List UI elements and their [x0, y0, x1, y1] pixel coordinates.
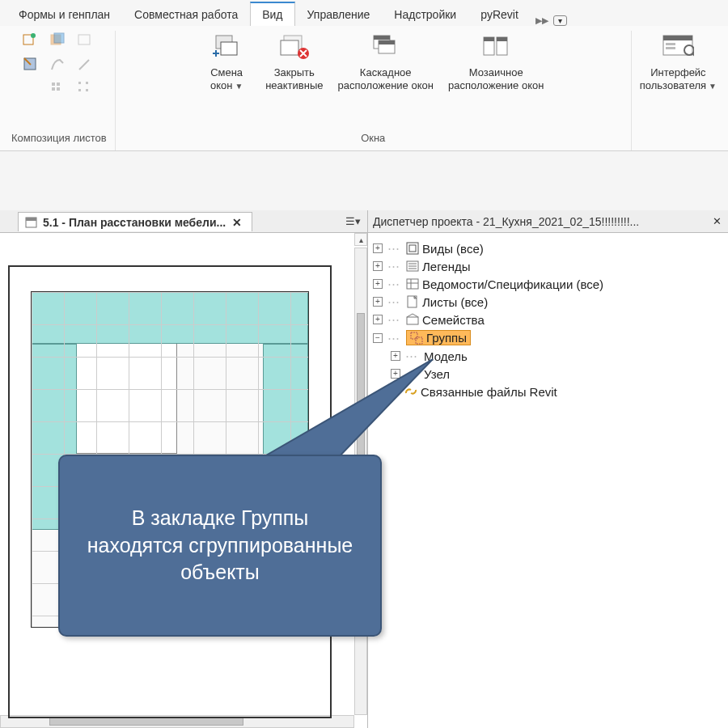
sheet-small-icons — [21, 31, 97, 100]
tab-view[interactable]: Вид — [250, 2, 294, 26]
tree-row-sheets[interactable]: + ⋯ Листы (все) — [373, 293, 723, 311]
svg-rect-27 — [497, 37, 507, 41]
tab-collab[interactable]: Совместная работа — [122, 2, 250, 26]
tab-manage[interactable]: Управление — [295, 2, 383, 26]
btn-close-inactive[interactable]: Закрытьнеактивные — [265, 31, 323, 93]
annotation-callout: В закладке Группы находятся сгруппирован… — [58, 455, 382, 637]
svg-rect-36 — [409, 245, 416, 252]
btn-cascade[interactable]: Каскадноерасположение окон — [337, 31, 433, 93]
svg-rect-3 — [54, 33, 64, 43]
browser-titlebar: Диспетчер проекта - 21_Кухня_2021_02_15!… — [368, 210, 728, 233]
svg-rect-4 — [78, 35, 90, 44]
sheet-icon-3[interactable] — [76, 31, 94, 49]
tree-row-links[interactable]: ⋯ Связанные файлы Revit — [373, 383, 723, 400]
sheet-icon-6[interactable] — [76, 55, 94, 73]
group-windows: Сменаокон▼ Закрытьнеактивные Каскадноера… — [116, 31, 632, 150]
view-tab-menu-icon[interactable]: ☰▾ — [345, 215, 367, 227]
browser-title: Диспетчер проекта - 21_Кухня_2021_02_15!… — [368, 215, 713, 228]
svg-line-6 — [79, 60, 89, 70]
ribbon-tabs: Формы и генплан Совместная работа Вид Уп… — [0, 0, 728, 26]
kitchen-island — [32, 292, 177, 454]
svg-rect-7 — [52, 83, 55, 86]
expander-icon[interactable]: + — [391, 351, 400, 361]
tree-row-model[interactable]: + ⋯ Модель — [373, 347, 723, 365]
project-tree: + ⋯ Виды (все) + ⋯ Легенды + ⋯ Ведомости… — [368, 233, 728, 407]
legends-icon — [406, 260, 419, 273]
view-tab-title: 5.1 - План расстановки мебели... — [43, 216, 226, 229]
svg-rect-22 — [374, 36, 390, 40]
families-icon — [406, 313, 419, 326]
svg-rect-23 — [379, 40, 395, 44]
tree-row-schedules[interactable]: + ⋯ Ведомости/Спецификации (все) — [373, 275, 723, 293]
groups-highlighted: Группы — [406, 330, 471, 345]
svg-rect-34 — [26, 218, 36, 221]
tabs-scroll-icon[interactable]: ▶▶ — [535, 15, 548, 26]
expander-icon[interactable]: + — [373, 297, 383, 307]
svg-rect-35 — [407, 243, 418, 254]
svg-rect-13 — [78, 89, 81, 91]
switch-windows-icon — [210, 31, 243, 63]
view-tab[interactable]: 5.1 - План расстановки мебели... ✕ — [18, 212, 252, 231]
group-sheet-composition: Композиция листов — [3, 31, 116, 150]
svg-rect-9 — [52, 87, 55, 91]
project-browser-pane: Диспетчер проекта - 21_Кухня_2021_02_15!… — [368, 210, 728, 728]
sheets-icon — [406, 295, 419, 308]
svg-rect-8 — [57, 83, 60, 86]
svg-rect-11 — [78, 82, 81, 84]
expander-icon[interactable]: + — [373, 261, 383, 271]
groups-icon — [410, 332, 423, 345]
user-interface-icon — [662, 31, 694, 63]
tree-row-views[interactable]: + ⋯ Виды (все) — [373, 239, 723, 257]
svg-rect-29 — [663, 36, 692, 40]
btn-switch-windows[interactable]: Сменаокон▼ — [202, 31, 251, 93]
svg-rect-26 — [484, 37, 494, 41]
tree-row-legends[interactable]: + ⋯ Легенды — [373, 257, 723, 275]
tabs-dropdown-icon[interactable]: ▾ — [553, 15, 567, 26]
svg-rect-30 — [666, 43, 675, 45]
svg-rect-14 — [86, 89, 88, 91]
tree-row-families[interactable]: + ⋯ Семейства — [373, 311, 723, 328]
btn-user-interface[interactable]: Интерфейспользователя▼ — [640, 31, 717, 93]
sheet-icon-8[interactable] — [76, 79, 94, 97]
sheet-icon-4[interactable] — [21, 55, 39, 73]
tree-row-groups[interactable]: − ⋯ Группы — [373, 328, 723, 347]
sheet-icon-7[interactable] — [49, 79, 66, 97]
expander-icon[interactable]: + — [373, 315, 383, 324]
sheet-icon-1[interactable] — [21, 31, 39, 49]
tab-addins[interactable]: Надстройки — [382, 2, 468, 26]
view-tab-close[interactable]: ✕ — [231, 216, 243, 229]
ribbon-body: Композиция листов Сменаокон▼ Закрытьнеак… — [0, 26, 728, 151]
expander-icon[interactable]: + — [373, 279, 383, 289]
svg-rect-45 — [407, 317, 418, 324]
svg-rect-18 — [281, 40, 298, 55]
group-label-windows: Окна — [361, 129, 385, 149]
close-inactive-icon — [278, 31, 311, 63]
tree-row-detail[interactable]: + ⋯ Узел — [373, 365, 723, 383]
expander-icon[interactable]: + — [391, 369, 400, 379]
svg-rect-10 — [57, 87, 60, 91]
btn-tile[interactable]: Мозаичноерасположение окон — [448, 31, 544, 93]
svg-rect-16 — [221, 42, 237, 55]
expander-icon[interactable]: − — [373, 333, 383, 343]
schedules-icon — [406, 277, 419, 290]
svg-rect-47 — [416, 337, 422, 344]
tab-forms[interactable]: Формы и генплан — [6, 2, 122, 26]
svg-rect-12 — [86, 82, 88, 84]
expander-icon[interactable]: + — [373, 243, 383, 253]
scroll-up-icon[interactable]: ▴ — [354, 233, 367, 246]
group-ui: Интерфейспользователя▼ — [632, 31, 725, 150]
browser-close[interactable]: ✕ — [713, 215, 728, 227]
tile-icon — [480, 31, 512, 63]
group-label-sheets: Композиция листов — [11, 129, 107, 149]
sheet-icon-2[interactable] — [49, 31, 66, 49]
sheet-icon-5[interactable] — [49, 55, 66, 73]
tab-pyrevit[interactable]: pyRevit — [468, 2, 531, 26]
svg-rect-46 — [411, 332, 417, 339]
group-label-ui — [677, 129, 680, 149]
svg-rect-31 — [666, 47, 675, 49]
view-tabbar: 5.1 - План расстановки мебели... ✕ ☰▾ — [0, 210, 367, 233]
links-icon — [404, 385, 417, 398]
view-tab-icon — [25, 216, 38, 229]
svg-point-1 — [31, 33, 36, 38]
svg-rect-41 — [407, 279, 418, 289]
